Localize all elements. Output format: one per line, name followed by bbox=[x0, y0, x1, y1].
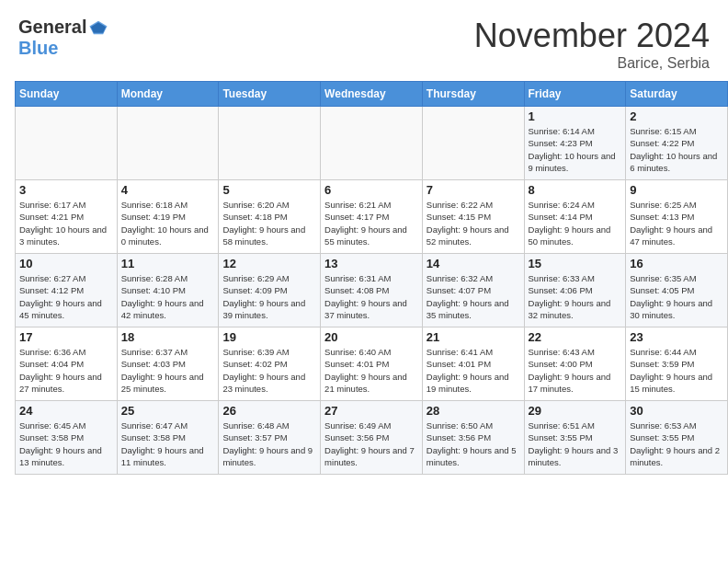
day-info: Sunrise: 6:40 AM Sunset: 4:01 PM Dayligh… bbox=[324, 346, 418, 395]
day-number: 5 bbox=[222, 183, 316, 197]
calendar-day-15: 15Sunrise: 6:33 AM Sunset: 4:06 PM Dayli… bbox=[524, 254, 626, 327]
day-number: 4 bbox=[121, 183, 215, 197]
title-area: November 2024 Barice, Serbia bbox=[474, 17, 710, 72]
day-info: Sunrise: 6:21 AM Sunset: 4:17 PM Dayligh… bbox=[324, 199, 418, 247]
day-number: 21 bbox=[427, 330, 520, 344]
calendar-header: SundayMondayTuesdayWednesdayThursdayFrid… bbox=[16, 82, 728, 107]
calendar-day-25: 25Sunrise: 6:47 AM Sunset: 3:58 PM Dayli… bbox=[117, 401, 219, 475]
weekday-header-saturday: Saturday bbox=[626, 82, 728, 107]
day-number: 26 bbox=[222, 404, 316, 418]
day-number: 23 bbox=[630, 330, 723, 344]
day-number: 3 bbox=[19, 183, 113, 197]
calendar-day-21: 21Sunrise: 6:41 AM Sunset: 4:01 PM Dayli… bbox=[422, 327, 524, 401]
weekday-header-sunday: Sunday bbox=[16, 82, 118, 107]
calendar-day-1: 1Sunrise: 6:14 AM Sunset: 4:23 PM Daylig… bbox=[524, 107, 626, 180]
day-info: Sunrise: 6:20 AM Sunset: 4:18 PM Dayligh… bbox=[222, 199, 316, 247]
calendar-wrapper: SundayMondayTuesdayWednesdayThursdayFrid… bbox=[0, 81, 728, 482]
day-info: Sunrise: 6:44 AM Sunset: 3:59 PM Dayligh… bbox=[630, 346, 723, 395]
calendar-empty-cell bbox=[16, 107, 118, 180]
day-number: 12 bbox=[222, 257, 316, 270]
calendar-empty-cell bbox=[321, 107, 423, 180]
calendar-week-2: 3Sunrise: 6:17 AM Sunset: 4:21 PM Daylig… bbox=[16, 180, 728, 254]
calendar-empty-cell bbox=[117, 107, 219, 180]
day-info: Sunrise: 6:45 AM Sunset: 3:58 PM Dayligh… bbox=[19, 419, 113, 468]
day-number: 1 bbox=[529, 109, 622, 123]
calendar-day-30: 30Sunrise: 6:53 AM Sunset: 3:55 PM Dayli… bbox=[626, 401, 728, 475]
calendar-day-3: 3Sunrise: 6:17 AM Sunset: 4:21 PM Daylig… bbox=[16, 180, 118, 254]
calendar-body: 1Sunrise: 6:14 AM Sunset: 4:23 PM Daylig… bbox=[16, 107, 728, 475]
day-number: 16 bbox=[630, 257, 723, 270]
day-info: Sunrise: 6:18 AM Sunset: 4:19 PM Dayligh… bbox=[121, 199, 215, 247]
day-info: Sunrise: 6:39 AM Sunset: 4:02 PM Dayligh… bbox=[222, 346, 316, 395]
weekday-header-friday: Friday bbox=[524, 82, 626, 107]
calendar-day-23: 23Sunrise: 6:44 AM Sunset: 3:59 PM Dayli… bbox=[626, 327, 728, 401]
day-info: Sunrise: 6:50 AM Sunset: 3:56 PM Dayligh… bbox=[427, 419, 520, 468]
day-info: Sunrise: 6:27 AM Sunset: 4:12 PM Dayligh… bbox=[19, 272, 113, 321]
calendar-day-7: 7Sunrise: 6:22 AM Sunset: 4:15 PM Daylig… bbox=[422, 180, 524, 254]
day-number: 9 bbox=[630, 183, 723, 197]
day-info: Sunrise: 6:17 AM Sunset: 4:21 PM Dayligh… bbox=[19, 199, 113, 247]
calendar-day-17: 17Sunrise: 6:36 AM Sunset: 4:04 PM Dayli… bbox=[16, 327, 118, 401]
page-header: General Blue November 2024 Barice, Serbi… bbox=[0, 0, 728, 81]
day-info: Sunrise: 6:53 AM Sunset: 3:55 PM Dayligh… bbox=[630, 419, 723, 468]
day-info: Sunrise: 6:25 AM Sunset: 4:13 PM Dayligh… bbox=[630, 199, 723, 247]
logo-blue-text: Blue bbox=[18, 38, 58, 59]
day-number: 7 bbox=[427, 183, 520, 197]
calendar-day-16: 16Sunrise: 6:35 AM Sunset: 4:05 PM Dayli… bbox=[626, 254, 728, 327]
calendar-day-11: 11Sunrise: 6:28 AM Sunset: 4:10 PM Dayli… bbox=[117, 254, 219, 327]
logo-general-text: General bbox=[18, 17, 86, 38]
month-title: November 2024 bbox=[474, 17, 710, 55]
day-number: 22 bbox=[529, 330, 622, 344]
calendar-day-19: 19Sunrise: 6:39 AM Sunset: 4:02 PM Dayli… bbox=[219, 327, 321, 401]
calendar-day-28: 28Sunrise: 6:50 AM Sunset: 3:56 PM Dayli… bbox=[422, 401, 524, 475]
calendar-day-12: 12Sunrise: 6:29 AM Sunset: 4:09 PM Dayli… bbox=[219, 254, 321, 327]
calendar-day-18: 18Sunrise: 6:37 AM Sunset: 4:03 PM Dayli… bbox=[117, 327, 219, 401]
weekday-header-thursday: Thursday bbox=[422, 82, 524, 107]
logo: General Blue bbox=[18, 17, 108, 59]
calendar-day-4: 4Sunrise: 6:18 AM Sunset: 4:19 PM Daylig… bbox=[117, 180, 219, 254]
day-number: 10 bbox=[19, 257, 113, 270]
day-info: Sunrise: 6:22 AM Sunset: 4:15 PM Dayligh… bbox=[427, 199, 520, 247]
day-number: 17 bbox=[19, 330, 113, 344]
calendar-week-5: 24Sunrise: 6:45 AM Sunset: 3:58 PM Dayli… bbox=[16, 401, 728, 475]
calendar-day-6: 6Sunrise: 6:21 AM Sunset: 4:17 PM Daylig… bbox=[321, 180, 423, 254]
calendar-day-13: 13Sunrise: 6:31 AM Sunset: 4:08 PM Dayli… bbox=[321, 254, 423, 327]
calendar-day-27: 27Sunrise: 6:49 AM Sunset: 3:56 PM Dayli… bbox=[321, 401, 423, 475]
calendar-day-22: 22Sunrise: 6:43 AM Sunset: 4:00 PM Dayli… bbox=[524, 327, 626, 401]
day-info: Sunrise: 6:36 AM Sunset: 4:04 PM Dayligh… bbox=[19, 346, 113, 395]
calendar-day-29: 29Sunrise: 6:51 AM Sunset: 3:55 PM Dayli… bbox=[524, 401, 626, 475]
weekday-header-tuesday: Tuesday bbox=[219, 82, 321, 107]
day-number: 25 bbox=[121, 404, 215, 418]
calendar-day-14: 14Sunrise: 6:32 AM Sunset: 4:07 PM Dayli… bbox=[422, 254, 524, 327]
day-number: 11 bbox=[121, 257, 215, 270]
calendar-week-3: 10Sunrise: 6:27 AM Sunset: 4:12 PM Dayli… bbox=[16, 254, 728, 327]
calendar-day-20: 20Sunrise: 6:40 AM Sunset: 4:01 PM Dayli… bbox=[321, 327, 423, 401]
day-number: 30 bbox=[630, 404, 723, 418]
day-info: Sunrise: 6:48 AM Sunset: 3:57 PM Dayligh… bbox=[222, 419, 316, 468]
day-info: Sunrise: 6:51 AM Sunset: 3:55 PM Dayligh… bbox=[529, 419, 622, 468]
day-number: 14 bbox=[427, 257, 520, 270]
day-info: Sunrise: 6:37 AM Sunset: 4:03 PM Dayligh… bbox=[121, 346, 215, 395]
day-info: Sunrise: 6:32 AM Sunset: 4:07 PM Dayligh… bbox=[427, 272, 520, 321]
calendar-day-2: 2Sunrise: 6:15 AM Sunset: 4:22 PM Daylig… bbox=[626, 107, 728, 180]
weekday-header-monday: Monday bbox=[117, 82, 219, 107]
calendar-day-5: 5Sunrise: 6:20 AM Sunset: 4:18 PM Daylig… bbox=[219, 180, 321, 254]
day-number: 2 bbox=[630, 109, 723, 123]
weekday-header-row: SundayMondayTuesdayWednesdayThursdayFrid… bbox=[16, 82, 728, 107]
day-info: Sunrise: 6:28 AM Sunset: 4:10 PM Dayligh… bbox=[121, 272, 215, 321]
calendar-day-26: 26Sunrise: 6:48 AM Sunset: 3:57 PM Dayli… bbox=[219, 401, 321, 475]
logo-icon bbox=[88, 17, 108, 38]
day-number: 24 bbox=[19, 404, 113, 418]
day-info: Sunrise: 6:35 AM Sunset: 4:05 PM Dayligh… bbox=[630, 272, 723, 321]
day-number: 13 bbox=[324, 257, 418, 270]
day-number: 29 bbox=[529, 404, 622, 418]
day-number: 20 bbox=[324, 330, 418, 344]
calendar: SundayMondayTuesdayWednesdayThursdayFrid… bbox=[15, 81, 728, 475]
day-number: 28 bbox=[427, 404, 520, 418]
day-info: Sunrise: 6:31 AM Sunset: 4:08 PM Dayligh… bbox=[324, 272, 418, 321]
day-info: Sunrise: 6:24 AM Sunset: 4:14 PM Dayligh… bbox=[529, 199, 622, 247]
day-info: Sunrise: 6:14 AM Sunset: 4:23 PM Dayligh… bbox=[529, 125, 622, 174]
day-number: 18 bbox=[121, 330, 215, 344]
day-info: Sunrise: 6:41 AM Sunset: 4:01 PM Dayligh… bbox=[427, 346, 520, 395]
day-number: 6 bbox=[324, 183, 418, 197]
